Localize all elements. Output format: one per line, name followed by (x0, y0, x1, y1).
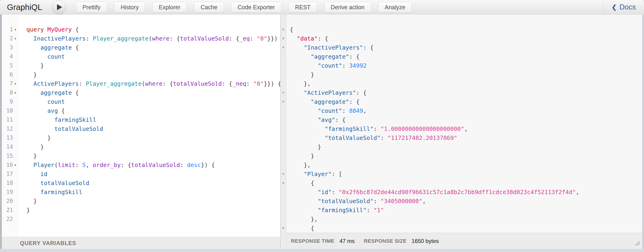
toolbar-button-cache[interactable]: Cache (194, 2, 224, 12)
line-number: 13 (2, 133, 13, 142)
gutter-line: 15 (2, 152, 18, 161)
query-code-line: ActivePlayers: Player_aggregate(where: {… (26, 79, 280, 88)
docs-toggle[interactable]: ❮ Docs (603, 0, 644, 14)
result-json-line: "avg": { (290, 115, 642, 124)
result-fold-spacer (280, 142, 286, 152)
line-number: 11 (2, 115, 13, 124)
response-time-group: RESPONSE TIME 47 ms (291, 238, 355, 244)
gutter-line: 16▾ (2, 161, 18, 170)
query-code-line: aggregate { (26, 43, 280, 52)
play-icon (57, 4, 62, 10)
result-fold-spacer (280, 197, 286, 206)
pane-divider[interactable]: ▼▼▼▼▼▼▼▼ (280, 14, 286, 249)
graphiql-app: GraphiQL PrettifyHistoryExplorerCacheCod… (0, 0, 644, 249)
line-number: 17 (2, 170, 13, 179)
gutter-line: 5 (2, 61, 18, 70)
result-fold-spacer (280, 70, 286, 79)
result-json-line: "farmingSkill": "1" (290, 206, 642, 215)
result-fold-spacer (280, 124, 286, 133)
result-fold-spacer (280, 115, 286, 124)
result-fold-arrow-icon[interactable]: ▼ (280, 224, 286, 233)
query-code-line: count (26, 52, 280, 61)
result-fold-spacer (280, 52, 286, 61)
result-fold-arrow-icon[interactable]: ▼ (280, 25, 286, 34)
result-fold-arrow-icon[interactable]: ▼ (280, 97, 286, 106)
query-code-line: InactivePlayers: Player_aggregate(where:… (26, 34, 280, 43)
result-json-line: "totalValueSold": "3405000000", (290, 197, 642, 206)
toolbar-button-analyze[interactable]: Analyze (378, 2, 412, 12)
docs-label: Docs (620, 3, 636, 11)
result-fold-arrow-icon[interactable]: ▼ (280, 88, 286, 97)
query-code-line: totalValueSold (26, 124, 280, 133)
toolbar-button-explorer[interactable]: Explorer (152, 2, 187, 12)
result-fold-spacer (280, 106, 286, 115)
result-fold-arrow-icon[interactable]: ▼ (280, 170, 286, 179)
fold-arrow-icon[interactable]: ▾ (13, 161, 18, 170)
left-window-edge (0, 14, 2, 249)
response-size-label: RESPONSE SIZE (364, 238, 406, 244)
query-code-line: } (26, 197, 280, 206)
line-number: 14 (2, 142, 13, 152)
result-fold-arrow-icon[interactable]: ▼ (280, 179, 286, 188)
line-number: 2 (2, 34, 13, 43)
toolbar-button-rest[interactable]: REST (288, 2, 317, 12)
execute-query-button[interactable] (52, 0, 66, 14)
toolbar-button-history[interactable]: History (114, 2, 145, 12)
result-fold-spacer (280, 206, 286, 215)
result-json-line: "totalValueSold": "117217482.20137869" (290, 133, 642, 142)
line-number: 5 (2, 61, 13, 70)
gutter-line: 7▾ (2, 79, 18, 88)
query-variables-bar[interactable]: QUERY VARIABLES (2, 237, 280, 249)
gutter-line: 9 (2, 97, 18, 106)
toolbar-buttons: PrettifyHistoryExplorerCacheCode Exporte… (76, 2, 412, 12)
query-editor-pane: 1▾2▾34567▾8▾910111213141516▾171819202122… (2, 14, 280, 249)
gutter-line: 10 (2, 106, 18, 115)
result-json-line: { (290, 224, 642, 233)
result-fold-spacer (280, 79, 286, 88)
result-json-line: "aggregate": { (290, 52, 642, 61)
right-window-edge (642, 14, 644, 249)
result-fold-spacer (280, 152, 286, 161)
gutter-line: 8▾ (2, 88, 18, 97)
response-size-value: 1650 bytes (412, 238, 439, 244)
result-json-line: "count": 8849, (290, 106, 642, 115)
toolbar-button-prettify[interactable]: Prettify (76, 2, 107, 12)
result-json-line: "farmingSkill": "1.00000000000000000000"… (290, 124, 642, 133)
gutter-line: 14 (2, 142, 18, 152)
gutter-line: 11 (2, 115, 18, 124)
line-number: 4 (2, 52, 13, 61)
resize-handle[interactable] (634, 240, 640, 246)
line-number: 3 (2, 43, 13, 52)
line-number: 16 (2, 161, 13, 170)
result-json-line: "count": 34992 (290, 61, 642, 70)
gutter-line: 18 (2, 179, 18, 188)
result-json: { "data": { "InactivePlayers": { "aggreg… (286, 14, 642, 233)
result-json-line: }, (290, 161, 642, 170)
result-json-line: { (290, 179, 642, 188)
fold-arrow-icon[interactable]: ▾ (13, 34, 18, 43)
toolbar-button-code-exporter[interactable]: Code Exporter (231, 2, 282, 12)
fold-arrow-icon[interactable]: ▾ (13, 79, 18, 88)
line-number: 12 (2, 124, 13, 133)
line-number: 15 (2, 152, 13, 161)
result-json-line: } (290, 142, 642, 152)
result-fold-arrow-icon[interactable]: ▼ (280, 43, 286, 52)
result-fold-spacer (280, 188, 286, 197)
gutter-line: 13 (2, 133, 18, 142)
query-code-line: } (26, 70, 280, 79)
result-json-line: } (290, 70, 642, 79)
toolbar-button-derive-action[interactable]: Derive action (324, 2, 371, 12)
result-fold-spacer (280, 215, 286, 224)
result-json-line: "id": "0x2f6bc87d2de44cd90f96631c57c1a8b… (290, 188, 642, 197)
gutter-line: 20 (2, 197, 18, 206)
query-editor[interactable]: 1▾2▾34567▾8▾910111213141516▾171819202122… (2, 14, 280, 237)
gutter-line: 4 (2, 52, 18, 61)
result-fold-arrow-icon[interactable]: ▼ (280, 34, 286, 43)
query-code-line: query MyQuery { (26, 25, 280, 34)
fold-arrow-icon[interactable]: ▾ (13, 25, 18, 34)
query-code-line: totalValueSold (26, 179, 280, 188)
query-code-line: avg { (26, 106, 280, 115)
fold-arrow-icon[interactable]: ▾ (13, 88, 18, 97)
query-code: query MyQuery { InactivePlayers: Player_… (18, 14, 280, 237)
gutter-line: 22 (2, 215, 18, 224)
